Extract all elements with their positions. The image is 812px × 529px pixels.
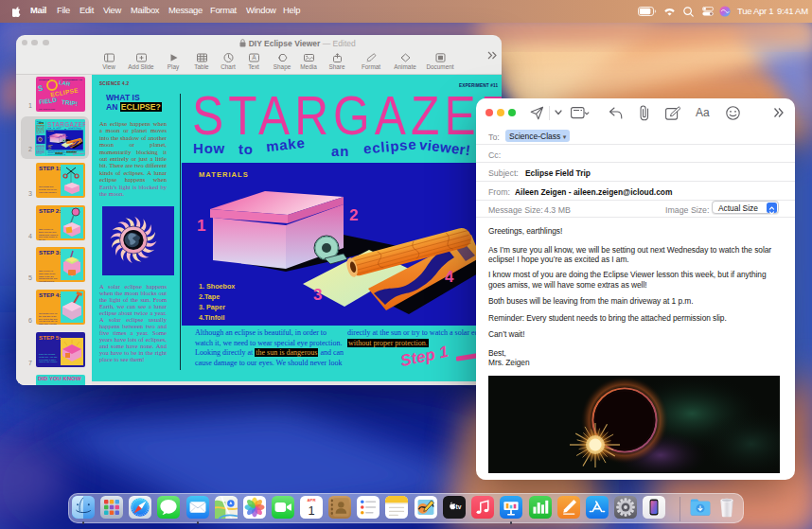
svg-text:tv: tv [456, 503, 462, 510]
svg-text:A: A [252, 54, 256, 61]
svg-text:1: 1 [308, 503, 314, 518]
svg-text:APR: APR [308, 498, 316, 503]
